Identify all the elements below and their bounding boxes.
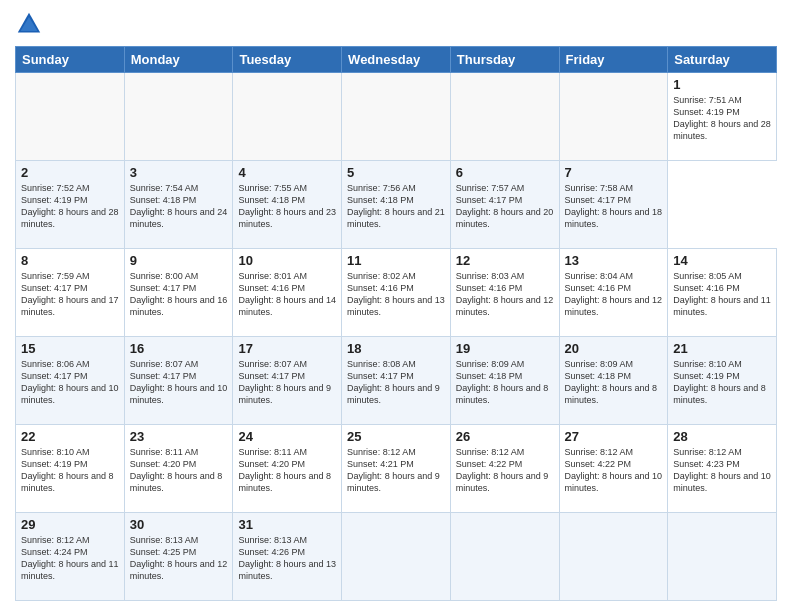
day-number: 11 (347, 253, 445, 268)
calendar-cell: 12Sunrise: 8:03 AMSunset: 4:16 PMDayligh… (450, 249, 559, 337)
calendar-cell: 10Sunrise: 8:01 AMSunset: 4:16 PMDayligh… (233, 249, 342, 337)
cell-content: Sunrise: 8:09 AMSunset: 4:18 PMDaylight:… (456, 358, 554, 407)
calendar-cell (342, 513, 451, 601)
cell-content: Sunrise: 7:59 AMSunset: 4:17 PMDaylight:… (21, 270, 119, 319)
day-number: 22 (21, 429, 119, 444)
cell-content: Sunrise: 8:05 AMSunset: 4:16 PMDaylight:… (673, 270, 771, 319)
calendar-cell: 19Sunrise: 8:09 AMSunset: 4:18 PMDayligh… (450, 337, 559, 425)
calendar-header-tuesday: Tuesday (233, 47, 342, 73)
calendar-header-wednesday: Wednesday (342, 47, 451, 73)
calendar-cell: 25Sunrise: 8:12 AMSunset: 4:21 PMDayligh… (342, 425, 451, 513)
calendar-week-row: 15Sunrise: 8:06 AMSunset: 4:17 PMDayligh… (16, 337, 777, 425)
cell-content: Sunrise: 8:13 AMSunset: 4:25 PMDaylight:… (130, 534, 228, 583)
cell-content: Sunrise: 8:06 AMSunset: 4:17 PMDaylight:… (21, 358, 119, 407)
day-number: 30 (130, 517, 228, 532)
day-number: 25 (347, 429, 445, 444)
day-number: 23 (130, 429, 228, 444)
calendar-cell: 8Sunrise: 7:59 AMSunset: 4:17 PMDaylight… (16, 249, 125, 337)
calendar-cell: 4Sunrise: 7:55 AMSunset: 4:18 PMDaylight… (233, 161, 342, 249)
calendar-cell-empty (233, 73, 342, 161)
cell-content: Sunrise: 8:12 AMSunset: 4:22 PMDaylight:… (565, 446, 663, 495)
day-number: 10 (238, 253, 336, 268)
cell-content: Sunrise: 8:07 AMSunset: 4:17 PMDaylight:… (238, 358, 336, 407)
cell-content: Sunrise: 8:12 AMSunset: 4:23 PMDaylight:… (673, 446, 771, 495)
day-number: 9 (130, 253, 228, 268)
cell-content: Sunrise: 7:57 AMSunset: 4:17 PMDaylight:… (456, 182, 554, 231)
calendar-cell: 6Sunrise: 7:57 AMSunset: 4:17 PMDaylight… (450, 161, 559, 249)
calendar-header-monday: Monday (124, 47, 233, 73)
cell-content: Sunrise: 8:11 AMSunset: 4:20 PMDaylight:… (238, 446, 336, 495)
cell-content: Sunrise: 8:12 AMSunset: 4:22 PMDaylight:… (456, 446, 554, 495)
calendar-cell: 20Sunrise: 8:09 AMSunset: 4:18 PMDayligh… (559, 337, 668, 425)
day-number: 28 (673, 429, 771, 444)
day-number: 29 (21, 517, 119, 532)
cell-content: Sunrise: 8:11 AMSunset: 4:20 PMDaylight:… (130, 446, 228, 495)
cell-content: Sunrise: 7:54 AMSunset: 4:18 PMDaylight:… (130, 182, 228, 231)
day-number: 2 (21, 165, 119, 180)
calendar-cell (450, 513, 559, 601)
day-number: 24 (238, 429, 336, 444)
calendar-header-saturday: Saturday (668, 47, 777, 73)
calendar-cell: 15Sunrise: 8:06 AMSunset: 4:17 PMDayligh… (16, 337, 125, 425)
cell-content: Sunrise: 8:02 AMSunset: 4:16 PMDaylight:… (347, 270, 445, 319)
calendar-cell: 16Sunrise: 8:07 AMSunset: 4:17 PMDayligh… (124, 337, 233, 425)
cell-content: Sunrise: 8:12 AMSunset: 4:24 PMDaylight:… (21, 534, 119, 583)
cell-content: Sunrise: 8:00 AMSunset: 4:17 PMDaylight:… (130, 270, 228, 319)
calendar-cell: 1Sunrise: 7:51 AMSunset: 4:19 PMDaylight… (668, 73, 777, 161)
calendar-header-thursday: Thursday (450, 47, 559, 73)
calendar-cell: 5Sunrise: 7:56 AMSunset: 4:18 PMDaylight… (342, 161, 451, 249)
calendar-week-row: 2Sunrise: 7:52 AMSunset: 4:19 PMDaylight… (16, 161, 777, 249)
day-number: 5 (347, 165, 445, 180)
cell-content: Sunrise: 8:13 AMSunset: 4:26 PMDaylight:… (238, 534, 336, 583)
cell-content: Sunrise: 7:55 AMSunset: 4:18 PMDaylight:… (238, 182, 336, 231)
day-number: 1 (673, 77, 771, 92)
calendar-cell-empty (124, 73, 233, 161)
cell-content: Sunrise: 7:58 AMSunset: 4:17 PMDaylight:… (565, 182, 663, 231)
cell-content: Sunrise: 8:09 AMSunset: 4:18 PMDaylight:… (565, 358, 663, 407)
calendar-header-row: SundayMondayTuesdayWednesdayThursdayFrid… (16, 47, 777, 73)
calendar-week-row: 8Sunrise: 7:59 AMSunset: 4:17 PMDaylight… (16, 249, 777, 337)
calendar-cell (559, 513, 668, 601)
day-number: 15 (21, 341, 119, 356)
cell-content: Sunrise: 7:52 AMSunset: 4:19 PMDaylight:… (21, 182, 119, 231)
cell-content: Sunrise: 7:51 AMSunset: 4:19 PMDaylight:… (673, 94, 771, 143)
day-number: 13 (565, 253, 663, 268)
day-number: 21 (673, 341, 771, 356)
calendar-cell: 7Sunrise: 7:58 AMSunset: 4:17 PMDaylight… (559, 161, 668, 249)
calendar-cell-empty (342, 73, 451, 161)
day-number: 6 (456, 165, 554, 180)
cell-content: Sunrise: 7:56 AMSunset: 4:18 PMDaylight:… (347, 182, 445, 231)
cell-content: Sunrise: 8:10 AMSunset: 4:19 PMDaylight:… (673, 358, 771, 407)
calendar-cell: 28Sunrise: 8:12 AMSunset: 4:23 PMDayligh… (668, 425, 777, 513)
calendar-cell: 24Sunrise: 8:11 AMSunset: 4:20 PMDayligh… (233, 425, 342, 513)
calendar-cell: 22Sunrise: 8:10 AMSunset: 4:19 PMDayligh… (16, 425, 125, 513)
cell-content: Sunrise: 8:04 AMSunset: 4:16 PMDaylight:… (565, 270, 663, 319)
calendar-header-sunday: Sunday (16, 47, 125, 73)
calendar-cell: 2Sunrise: 7:52 AMSunset: 4:19 PMDaylight… (16, 161, 125, 249)
calendar-cell: 9Sunrise: 8:00 AMSunset: 4:17 PMDaylight… (124, 249, 233, 337)
day-number: 17 (238, 341, 336, 356)
page-header (15, 10, 777, 38)
logo-icon (15, 10, 43, 38)
calendar-cell: 11Sunrise: 8:02 AMSunset: 4:16 PMDayligh… (342, 249, 451, 337)
calendar-cell: 29Sunrise: 8:12 AMSunset: 4:24 PMDayligh… (16, 513, 125, 601)
day-number: 16 (130, 341, 228, 356)
day-number: 12 (456, 253, 554, 268)
calendar-week-row: 29Sunrise: 8:12 AMSunset: 4:24 PMDayligh… (16, 513, 777, 601)
cell-content: Sunrise: 8:12 AMSunset: 4:21 PMDaylight:… (347, 446, 445, 495)
calendar-table: SundayMondayTuesdayWednesdayThursdayFrid… (15, 46, 777, 601)
calendar-cell: 31Sunrise: 8:13 AMSunset: 4:26 PMDayligh… (233, 513, 342, 601)
calendar-cell: 30Sunrise: 8:13 AMSunset: 4:25 PMDayligh… (124, 513, 233, 601)
day-number: 26 (456, 429, 554, 444)
calendar-cell (668, 513, 777, 601)
calendar-cell: 14Sunrise: 8:05 AMSunset: 4:16 PMDayligh… (668, 249, 777, 337)
day-number: 27 (565, 429, 663, 444)
cell-content: Sunrise: 8:01 AMSunset: 4:16 PMDaylight:… (238, 270, 336, 319)
day-number: 18 (347, 341, 445, 356)
cell-content: Sunrise: 8:08 AMSunset: 4:17 PMDaylight:… (347, 358, 445, 407)
logo (15, 10, 47, 38)
calendar-week-row: 1Sunrise: 7:51 AMSunset: 4:19 PMDaylight… (16, 73, 777, 161)
calendar-cell-empty (16, 73, 125, 161)
calendar-header-friday: Friday (559, 47, 668, 73)
day-number: 19 (456, 341, 554, 356)
